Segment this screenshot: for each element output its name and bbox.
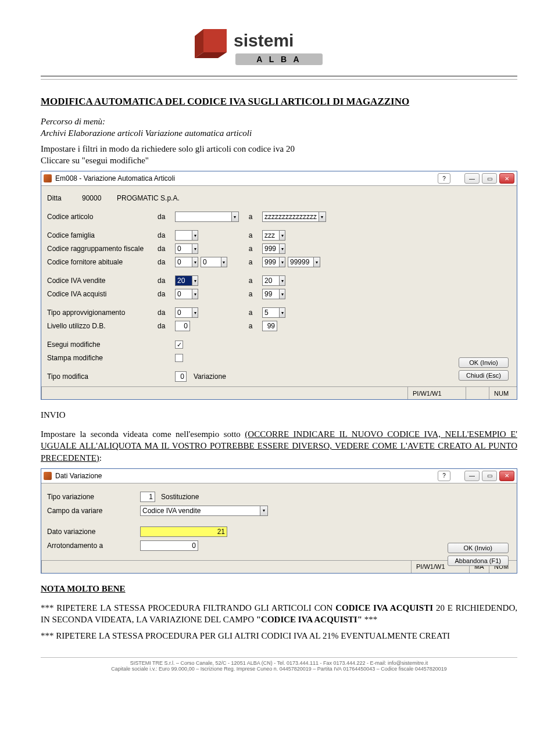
app-icon bbox=[44, 472, 52, 480]
chevron-down-icon[interactable]: ▾ bbox=[279, 231, 285, 240]
iva-vendite-da-input[interactable]: ▾ bbox=[175, 275, 198, 286]
campo-variare-select[interactable]: ▾ bbox=[140, 506, 268, 516]
chevron-down-icon[interactable]: ▾ bbox=[192, 244, 198, 253]
maximize-button[interactable]: ▭ bbox=[482, 173, 497, 184]
chevron-down-icon[interactable]: ▾ bbox=[192, 276, 198, 285]
chevron-down-icon[interactable]: ▾ bbox=[319, 212, 326, 221]
abbandona-button[interactable]: Abbandona (F1) bbox=[448, 556, 509, 566]
minimize-button[interactable]: — bbox=[464, 173, 480, 184]
divider bbox=[41, 79, 517, 80]
livello-db-da-input[interactable] bbox=[175, 321, 190, 331]
footer-line-2: Capitale sociale i.v.: Euro 99.000,00 – … bbox=[41, 666, 517, 672]
approvv-a-input[interactable]: ▾ bbox=[262, 307, 285, 318]
chevron-down-icon[interactable]: ▾ bbox=[192, 289, 198, 299]
invio-label: INVIO bbox=[41, 410, 517, 420]
label-approvv: Tipo approvvigionamento bbox=[47, 309, 158, 317]
chevron-down-icon[interactable]: ▾ bbox=[279, 244, 285, 253]
ok-button[interactable]: OK (Invio) bbox=[448, 543, 509, 553]
chevron-down-icon[interactable]: ▾ bbox=[313, 257, 320, 267]
label-codice-articolo: Codice articolo bbox=[47, 213, 158, 221]
nota-p1: *** RIPETERE LA STESSA PROCEDURA FILTRAN… bbox=[41, 602, 517, 626]
window-title: Dati Variazione bbox=[55, 472, 438, 480]
percorso-path: Archivi Elaborazione articoli Variazione… bbox=[41, 127, 517, 139]
label-tipo-modifica: Tipo modifica bbox=[47, 372, 158, 381]
titlebar: Em008 - Variazione Automatica Articoli ?… bbox=[41, 171, 517, 186]
esegui-checkbox[interactable]: ✓ bbox=[175, 341, 183, 349]
divider bbox=[41, 76, 517, 77]
nota-p2: *** RIPETERE LA STESSA PROCEDURA PER GLI… bbox=[41, 630, 517, 642]
tipo-variazione-text: Sostituzione bbox=[161, 493, 199, 501]
window-variazione-automatica: Em008 - Variazione Automatica Articoli ?… bbox=[41, 171, 517, 400]
codice-articolo-a-input[interactable]: ▾ bbox=[262, 212, 326, 222]
page-footer: SISTEMI TRE S.r.l. – Corso Canale, 52/C … bbox=[41, 657, 517, 672]
label-arrotondamento: Arrotondamento a bbox=[47, 542, 140, 550]
label-stampa: Stampa modifiche bbox=[47, 354, 158, 362]
chevron-down-icon[interactable]: ▾ bbox=[279, 308, 285, 317]
footer-line-1: SISTEMI TRE S.r.l. – Corso Canale, 52/C … bbox=[41, 660, 517, 666]
label-codice-famiglia: Codice famiglia bbox=[47, 231, 158, 239]
chiudi-button[interactable]: Chiudi (Esc) bbox=[459, 370, 509, 381]
chevron-down-icon[interactable]: ▾ bbox=[279, 276, 285, 285]
fornitore-a1-input[interactable]: ▾ bbox=[262, 257, 285, 267]
mid-paragraph: Impostare la seconda videata come nell'e… bbox=[41, 428, 517, 464]
chevron-down-icon[interactable]: ▾ bbox=[192, 231, 198, 240]
status-left: PI/W1/W1 bbox=[407, 387, 466, 399]
iva-acquisti-da-input[interactable]: ▾ bbox=[175, 289, 198, 299]
status-right: NUM bbox=[489, 387, 517, 399]
iva-vendite-a-input[interactable]: ▾ bbox=[262, 275, 285, 286]
label-ragg-fiscale: Codice raggruppamento fiscale bbox=[47, 245, 158, 253]
dato-variazione-input[interactable] bbox=[140, 526, 227, 537]
ragg-fiscale-a-input[interactable]: ▾ bbox=[262, 243, 285, 254]
minimize-button[interactable]: — bbox=[464, 471, 480, 481]
chevron-down-icon[interactable]: ▾ bbox=[192, 308, 198, 317]
fornitore-a2-input[interactable]: ▾ bbox=[288, 257, 320, 267]
stampa-checkbox[interactable] bbox=[175, 354, 183, 362]
svg-marker-0 bbox=[203, 29, 227, 52]
label-campo-variare: Campo da variare bbox=[47, 507, 140, 515]
tipo-variazione-code-input[interactable] bbox=[140, 492, 155, 502]
app-icon bbox=[44, 174, 52, 182]
label-dato-variazione: Dato variazione bbox=[47, 528, 140, 536]
chevron-down-icon[interactable]: ▾ bbox=[231, 212, 238, 221]
ditta-label: Ditta bbox=[47, 194, 82, 202]
arrotondamento-input[interactable] bbox=[140, 540, 198, 551]
chevron-down-icon[interactable]: ▾ bbox=[260, 506, 267, 515]
help-icon[interactable]: ? bbox=[438, 173, 450, 184]
help-icon[interactable]: ? bbox=[438, 471, 450, 481]
label-fornitore: Codice fornitore abituale bbox=[47, 258, 158, 266]
a-label: a bbox=[239, 213, 262, 221]
ditta-code: 90000 bbox=[82, 194, 117, 202]
label-iva-acquisti: Codice IVA acquisti bbox=[47, 290, 158, 298]
logo-text-bottom: A L B A bbox=[256, 55, 301, 64]
chevron-down-icon[interactable]: ▾ bbox=[279, 257, 285, 267]
codice-articolo-da-input[interactable]: ▾ bbox=[175, 212, 239, 222]
percorso-label: Percorso di menù: bbox=[41, 116, 517, 127]
approvv-da-input[interactable]: ▾ bbox=[175, 307, 198, 318]
window-dati-variazione: Dati Variazione ? — ▭ ✕ Tipo variazione … bbox=[41, 468, 517, 574]
page-title: MODIFICA AUTOMATICA DEL CODICE IVA SUGLI… bbox=[41, 96, 517, 108]
tipo-modifica-code-input[interactable] bbox=[175, 371, 187, 382]
chevron-down-icon[interactable]: ▾ bbox=[192, 257, 198, 267]
header-logo: sistemi A L B A bbox=[41, 23, 517, 70]
logo: sistemi A L B A bbox=[180, 23, 378, 70]
ragg-fiscale-da-input[interactable]: ▾ bbox=[175, 243, 198, 254]
livello-db-a-input[interactable] bbox=[262, 321, 277, 331]
close-button[interactable]: ✕ bbox=[499, 173, 514, 184]
famiglia-da-input[interactable]: ▾ bbox=[175, 230, 198, 241]
fornitore-da2-input[interactable]: ▾ bbox=[201, 257, 227, 267]
fornitore-da1-input[interactable]: ▾ bbox=[175, 257, 198, 267]
close-button[interactable]: ✕ bbox=[499, 471, 514, 481]
label-tipo-variazione: Tipo variazione bbox=[47, 493, 140, 501]
tipo-modifica-text: Variazione bbox=[194, 372, 226, 381]
ditta-name: PROGMATIC S.p.A. bbox=[117, 194, 180, 202]
window-title: Em008 - Variazione Automatica Articoli bbox=[55, 174, 438, 182]
chevron-down-icon[interactable]: ▾ bbox=[221, 257, 227, 267]
titlebar: Dati Variazione ? — ▭ ✕ bbox=[41, 469, 517, 483]
maximize-button[interactable]: ▭ bbox=[482, 471, 497, 481]
famiglia-a-input[interactable]: ▾ bbox=[262, 230, 285, 241]
chevron-down-icon[interactable]: ▾ bbox=[279, 289, 285, 299]
iva-acquisti-a-input[interactable]: ▾ bbox=[262, 289, 285, 299]
da-label: da bbox=[158, 213, 175, 221]
ok-button[interactable]: OK (Invio) bbox=[459, 357, 509, 368]
step-1-text: Impostare i filtri in modo da richiedere… bbox=[41, 143, 517, 155]
